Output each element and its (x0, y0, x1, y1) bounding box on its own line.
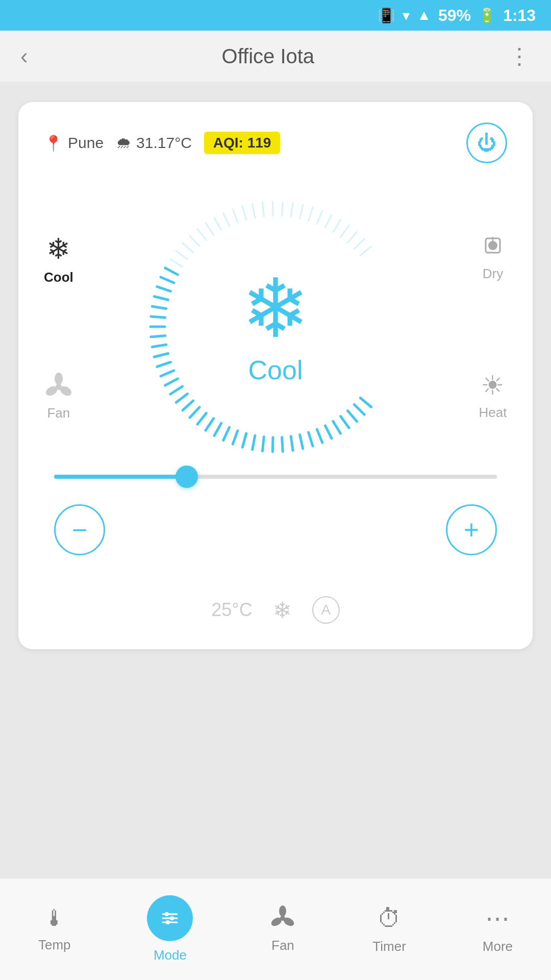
dial-center: ❄ Cool (241, 268, 310, 385)
nav-mode[interactable]: Mode (147, 895, 193, 963)
bottom-navigation: 🌡 Temp Mode Fan ⏱ Timer ⋯ M (0, 878, 551, 980)
nav-mode-label: Mode (154, 947, 187, 963)
center-snowflake-icon: ❄ (241, 268, 310, 350)
status-icons: 📳 ▾ ▲ 59% 🔋 1:13 (378, 6, 536, 25)
svg-point-13 (279, 905, 286, 917)
location-text: Pune (68, 134, 104, 152)
signal-icon: ▲ (417, 7, 431, 23)
cool-label: Cool (44, 270, 73, 285)
fan-label: Fan (47, 405, 70, 421)
temperature-slider-row (44, 475, 507, 479)
svg-point-9 (165, 912, 169, 916)
sun-icon: ☀ (481, 370, 505, 401)
svg-point-5 (488, 241, 497, 250)
timer-icon: ⏱ (377, 904, 402, 933)
increase-temp-button[interactable]: + (446, 504, 497, 555)
nav-more[interactable]: ⋯ More (483, 904, 513, 954)
heat-mode-button[interactable]: ☀ Heat (479, 370, 507, 421)
decrease-temp-button[interactable]: − (54, 504, 105, 555)
mode-icons-right: Dry ☀ Heat (479, 189, 507, 464)
cloud-rain-icon: 🌧 (116, 134, 131, 152)
more-icon: ⋯ (485, 904, 510, 933)
nav-fan-label: Fan (271, 938, 294, 953)
slider-thumb[interactable] (176, 465, 198, 488)
mode-nav-circle (147, 895, 193, 941)
svg-point-10 (170, 916, 174, 920)
temperature-adjust-row: − + (44, 504, 507, 555)
vibrate-icon: 📳 (378, 7, 395, 24)
dry-mode-button[interactable]: Dry (479, 233, 507, 282)
main-card: 📍 Pune 🌧 31.17°C AQI: 119 ⏻ ❄ Cool (18, 102, 533, 649)
nav-temp[interactable]: 🌡 Temp (38, 905, 71, 953)
slider-track[interactable] (54, 475, 497, 479)
mode-area: ❄ Cool Fan // This will be (44, 189, 507, 464)
battery-icon: 🔋 (478, 7, 496, 24)
fan-icon (44, 373, 73, 401)
wifi-icon: ▾ (403, 7, 410, 24)
mode-icons-left: ❄ Cool Fan (44, 189, 73, 464)
set-temp-text: 25°C (211, 599, 252, 621)
snowflake-icon: ❄ (46, 232, 70, 265)
power-icon: ⏻ (477, 132, 496, 154)
center-mode-label: Cool (248, 355, 303, 385)
bottom-info-row: 25°C ❄ A (44, 586, 507, 624)
header: ‹ Office Iota ⋮ (0, 31, 551, 82)
nav-temp-label: Temp (38, 937, 71, 953)
weather-temp-info: 🌧 31.17°C (116, 134, 192, 152)
menu-button[interactable]: ⋮ (508, 45, 531, 67)
power-button[interactable]: ⏻ (466, 122, 507, 163)
thermometer-icon: 🌡 (43, 905, 66, 931)
temperature-dial[interactable]: // This will be rendered via JS below ❄ … (143, 194, 408, 459)
auto-mode-icon: A (312, 596, 340, 624)
battery-text: 59% (438, 6, 471, 25)
location-pin-icon: 📍 (44, 134, 63, 152)
nav-timer-label: Timer (372, 939, 406, 954)
back-button[interactable]: ‹ (20, 45, 28, 67)
nav-more-label: More (483, 939, 513, 954)
dry-label: Dry (483, 266, 503, 282)
page-title: Office Iota (222, 45, 315, 68)
heat-label: Heat (479, 405, 507, 421)
fan-mode-button[interactable]: Fan (44, 373, 73, 421)
slider-fill (54, 475, 187, 479)
time-text: 1:13 (503, 6, 536, 25)
nav-fan[interactable]: Fan (269, 905, 296, 953)
fan-nav-icon (269, 905, 296, 932)
svg-point-11 (166, 920, 170, 924)
dry-icon (479, 233, 507, 262)
location-info: 📍 Pune (44, 134, 104, 152)
temp-text: 31.17°C (136, 134, 192, 152)
cool-mode-button[interactable]: ❄ Cool (44, 232, 73, 285)
weather-info: 📍 Pune 🌧 31.17°C AQI: 119 (44, 132, 280, 154)
nav-timer[interactable]: ⏱ Timer (372, 904, 406, 954)
status-bar: 📳 ▾ ▲ 59% 🔋 1:13 (0, 0, 551, 31)
weather-row: 📍 Pune 🌧 31.17°C AQI: 119 ⏻ (44, 122, 507, 163)
svg-point-1 (55, 373, 63, 385)
aqi-badge: AQI: 119 (204, 132, 281, 154)
sliders-icon (159, 907, 181, 929)
bottom-snowflake-icon: ❄ (273, 597, 292, 623)
